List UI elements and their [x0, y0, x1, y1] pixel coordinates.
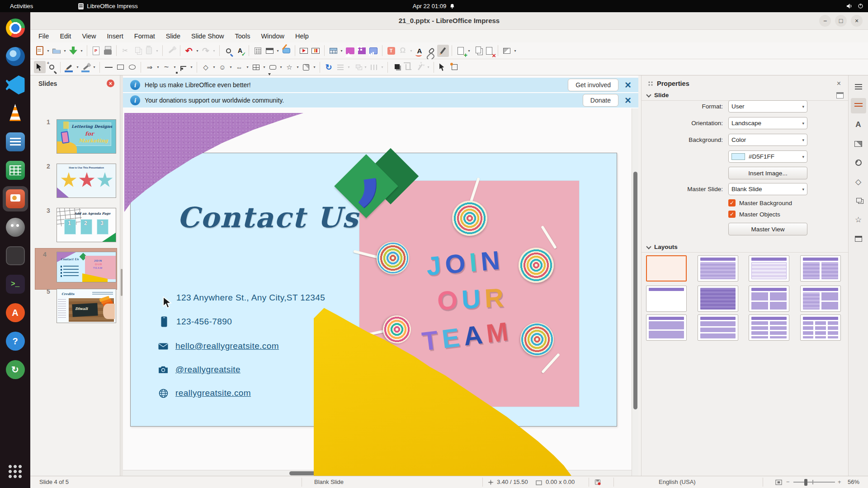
slide-layout-dropdown[interactable]: ▾ [513, 49, 518, 53]
tab-animation[interactable]: ☆ [851, 212, 866, 227]
layout-option-three-rows[interactable] [698, 314, 738, 341]
dock-camera[interactable] [3, 44, 28, 69]
vertical-scrollbar[interactable] [632, 108, 638, 476]
symbol-shapes-dropdown[interactable]: ▾ [228, 65, 233, 69]
new-icon[interactable] [34, 45, 46, 57]
sidebar-settings-icon[interactable] [851, 79, 866, 94]
connectors-icon[interactable] [177, 61, 189, 73]
layout-option-2x2-content[interactable] [749, 286, 789, 312]
window-title-bar[interactable]: 21_0.pptx - LibreOffice Impress − □ × [30, 12, 868, 30]
zoom-out-button[interactable]: − [786, 479, 790, 485]
fill-color-dropdown[interactable]: ▾ [92, 65, 97, 69]
special-character-dropdown[interactable]: ▾ [409, 49, 414, 53]
callouts-dropdown[interactable]: ▾ [278, 65, 283, 69]
special-character-icon[interactable]: Ω [397, 45, 409, 57]
tab-shapes[interactable]: ◇ [851, 174, 866, 189]
master-background-checkbox[interactable]: ✓ Master Background [728, 199, 792, 206]
website-text[interactable]: reallygreatsite.com [175, 388, 251, 398]
freeform-line-icon[interactable] [437, 45, 449, 57]
sidebar-grip-icon[interactable] [648, 81, 653, 86]
save-icon[interactable] [67, 45, 79, 57]
menu-insert[interactable]: Insert [102, 31, 129, 42]
dock-ubuntu-software[interactable]: A [3, 300, 28, 325]
dock-calc[interactable] [3, 158, 28, 183]
tab-master-slides[interactable] [851, 231, 866, 246]
focused-app-menu[interactable]: LibreOffice Impress [78, 3, 137, 9]
copy-icon[interactable] [131, 45, 143, 57]
edit-points-icon[interactable] [437, 61, 448, 73]
zoom-pan-icon[interactable] [46, 61, 57, 73]
align-objects-icon[interactable] [335, 61, 346, 73]
menu-tools[interactable]: Tools [230, 31, 256, 42]
select-icon[interactable] [34, 61, 46, 73]
orientation-dropdown[interactable]: Landscape▾ [728, 117, 807, 129]
save-dropdown[interactable]: ▾ [79, 49, 84, 53]
master-objects-checkbox[interactable]: ✓ Master Objects [728, 211, 780, 218]
crop-icon[interactable] [402, 61, 414, 73]
cut-icon[interactable]: ✂ [119, 45, 131, 57]
zoom-slider-thumb[interactable] [804, 479, 807, 486]
slide-thumbnail-1[interactable]: 1 Lettering Designs for Marketing [57, 119, 116, 154]
undo-icon[interactable]: ↶ [183, 45, 195, 57]
redo-dropdown[interactable]: ▾ [212, 49, 217, 53]
contact-phone[interactable]: 123-456-7890 [159, 317, 232, 327]
dock-recycle[interactable]: ↻ [3, 357, 28, 382]
new-dropdown[interactable]: ▾ [46, 49, 51, 53]
undo-dropdown[interactable]: ▾ [195, 49, 200, 53]
3d-objects-icon[interactable] [300, 61, 312, 73]
sidebar-close-icon[interactable]: × [834, 80, 844, 88]
donate-button[interactable]: Donate [583, 94, 618, 107]
redo-icon[interactable]: ↷ [200, 45, 212, 57]
layout-option-title-content-alt[interactable] [749, 255, 789, 282]
menu-view[interactable]: View [76, 31, 101, 42]
display-grid-icon[interactable] [252, 45, 264, 57]
tab-navigator[interactable] [851, 155, 866, 170]
align-dropdown[interactable]: ▾ [346, 65, 351, 69]
delete-slide-icon[interactable] [483, 45, 495, 57]
display-views-icon[interactable] [264, 45, 275, 57]
social-text[interactable]: @reallygreatsite [175, 365, 241, 375]
layout-option-two-content[interactable] [800, 255, 841, 282]
image-filter-icon[interactable] [414, 61, 426, 73]
basic-shapes-dropdown[interactable]: ▾ [212, 65, 217, 69]
paste-icon[interactable] [143, 45, 155, 57]
filter-dropdown[interactable]: ▾ [426, 65, 431, 69]
lines-arrows-dropdown[interactable]: ▾ [156, 65, 160, 69]
contact-email[interactable]: hello@reallygreatsite.com [158, 341, 279, 351]
insert-table-icon[interactable] [327, 45, 339, 57]
arrange-icon[interactable] [351, 61, 363, 73]
layout-option-title-content[interactable] [698, 255, 738, 282]
vertical-scrollbar-thumb[interactable] [633, 172, 637, 409]
master-slide-dropdown[interactable]: Blank Slide▾ [728, 183, 807, 195]
start-first-slide-icon[interactable] [298, 45, 310, 57]
fill-color-icon[interactable] [80, 61, 92, 73]
slide-canvas[interactable]: , JOIN OUR TEAM [123, 108, 638, 476]
zoom-in-button[interactable]: + [838, 479, 841, 485]
tab-character[interactable]: A [851, 117, 866, 132]
flowchart-dropdown[interactable]: ▾ [262, 65, 267, 69]
language-status[interactable]: English (USA) [659, 479, 696, 485]
master-view-button[interactable]: Master View [728, 223, 807, 235]
power-icon[interactable] [858, 3, 863, 9]
curves-polygons-dropdown[interactable]: ▾ [172, 65, 177, 69]
lines-arrows-icon[interactable]: ⇒ [144, 61, 156, 73]
curves-polygons-icon[interactable]: ~ [160, 61, 172, 73]
stars-banners-icon[interactable]: ☆ [283, 61, 295, 73]
line-color-icon[interactable] [63, 61, 75, 73]
contact-address[interactable]: 123 Anywhere St., Any City,ST 12345 [176, 293, 325, 303]
rotate-icon[interactable]: ↻ [323, 61, 335, 73]
dock-impress-active[interactable] [3, 186, 28, 211]
document-modified-icon[interactable] [594, 479, 601, 487]
new-slide-icon[interactable] [455, 45, 467, 57]
section-more-options-icon[interactable] [836, 92, 844, 99]
dock-help[interactable]: ? [3, 328, 28, 354]
glue-points-icon[interactable] [448, 61, 460, 73]
insert-line-icon[interactable] [103, 61, 114, 73]
layout-option-blank[interactable] [646, 255, 687, 282]
menu-window[interactable]: Window [255, 31, 290, 42]
layout-option-title-only[interactable] [646, 286, 687, 312]
insert-media-icon[interactable] [356, 45, 368, 57]
tab-slide-transition[interactable] [851, 193, 866, 208]
duplicate-slide-icon[interactable] [472, 45, 483, 57]
background-color-dropdown[interactable]: #D5F1FF▾ [728, 150, 807, 163]
